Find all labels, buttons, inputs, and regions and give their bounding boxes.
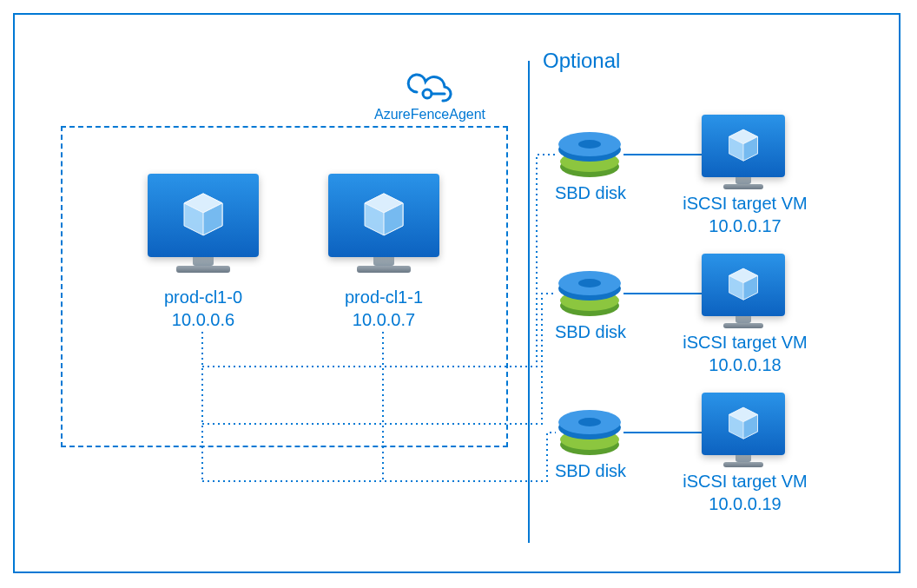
cube-icon <box>725 405 762 441</box>
cluster-node-1-ip: 10.0.0.7 <box>311 309 457 330</box>
sbd-disk-1-icon <box>556 129 623 184</box>
cluster-node-0-ip: 10.0.0.6 <box>130 309 276 330</box>
iscsi-vm-1-icon <box>702 115 785 189</box>
iscsi-vm-1-ip: 10.0.0.17 <box>676 215 815 236</box>
sbd-disk-1-label: SBD disk <box>549 182 632 203</box>
cluster-node-0-icon <box>148 174 259 273</box>
sbd-disk-2-icon <box>556 268 623 323</box>
iscsi-vm-3-icon <box>702 393 785 467</box>
svg-point-19 <box>578 279 601 287</box>
iscsi-vm-3-ip: 10.0.0.19 <box>676 493 815 514</box>
sbd-disk-2-label: SBD disk <box>549 321 632 342</box>
cube-icon <box>179 190 228 239</box>
diagram-stage: AzureFenceAgent Optional prod-cl1-0 10.0… <box>0 0 917 588</box>
optional-divider <box>528 61 530 543</box>
optional-label: Optional <box>543 49 620 74</box>
sbd-disk-3-label: SBD disk <box>549 460 632 481</box>
iscsi-vm-3-name: iSCSI target VM <box>676 471 815 492</box>
azure-fence-agent-label: AzureFenceAgent <box>373 106 486 122</box>
svg-point-11 <box>578 140 601 149</box>
iscsi-vm-2-icon <box>702 254 785 328</box>
cluster-node-0-name: prod-cl1-0 <box>130 287 276 307</box>
iscsi-vm-2-ip: 10.0.0.18 <box>676 354 815 375</box>
azure-fence-agent-icon <box>401 68 453 108</box>
cluster-node-1-name: prod-cl1-1 <box>311 287 457 307</box>
iscsi-vm-1-name: iSCSI target VM <box>676 193 815 214</box>
sbd-disk-3-icon <box>556 406 623 462</box>
svg-point-27 <box>578 418 601 426</box>
iscsi-vm-2-name: iSCSI target VM <box>676 332 815 353</box>
cluster-node-1-icon <box>328 174 439 273</box>
cube-icon <box>360 190 408 239</box>
cube-icon <box>725 266 762 302</box>
cube-icon <box>725 127 762 163</box>
